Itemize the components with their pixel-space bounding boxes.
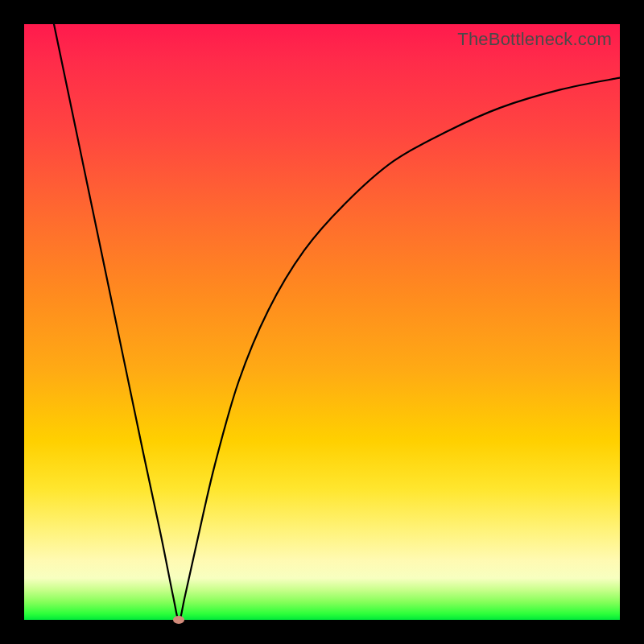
bottleneck-curve xyxy=(24,24,620,620)
plot-area: TheBottleneck.com xyxy=(24,24,620,620)
chart-frame: TheBottleneck.com xyxy=(0,0,644,644)
optimum-marker xyxy=(173,616,184,624)
watermark-text: TheBottleneck.com xyxy=(457,29,612,50)
